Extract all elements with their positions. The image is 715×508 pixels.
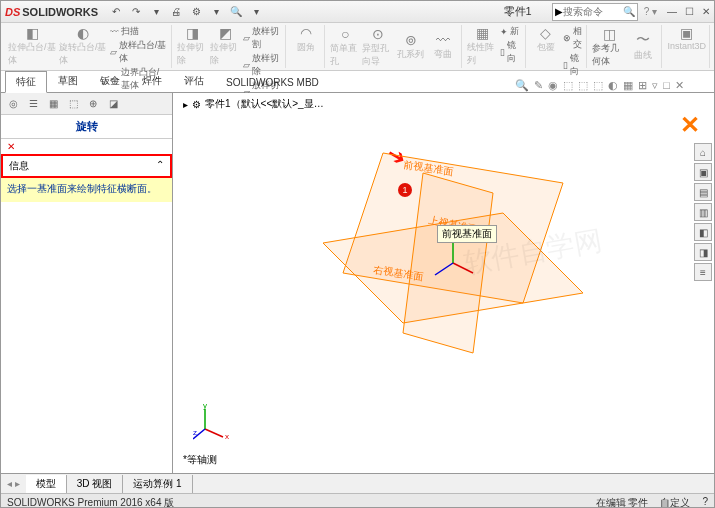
title-bar: DS SOLIDWORKS ↶ ↷ ▾ 🖨 ⚙ ▾ 🔍 ▾ 零件1 ▶ 🔍 ? … bbox=[1, 1, 714, 23]
view-tool-icon[interactable]: ✎ bbox=[534, 79, 543, 92]
brand-icon: DS bbox=[5, 6, 20, 18]
search-box[interactable]: ▶ 🔍 bbox=[552, 3, 638, 21]
fillet-button[interactable]: ◠圆角 bbox=[291, 25, 321, 54]
maximize-button[interactable]: ☐ bbox=[685, 6, 694, 17]
minimize-button[interactable]: — bbox=[667, 6, 677, 17]
search-icon: ▶ bbox=[555, 6, 563, 17]
hole-series-button[interactable]: ⊚孔系列 bbox=[396, 32, 426, 61]
status-editing: 在编辑 零件 bbox=[596, 496, 649, 509]
graphics-area[interactable]: ▸ ⚙ 零件1（默认<<默认>_显… ✕ ⌂ ▣ ▤ ▥ ◧ ◨ ≡ ➔ 1 前… bbox=[173, 93, 714, 473]
command-tabs: 特征 草图 钣金 焊件 评估 SOLIDWORKS MBD 🔍 ✎ ◉ ⬚ ⬚ … bbox=[1, 71, 714, 93]
view-tool-icon[interactable]: □ bbox=[663, 79, 670, 92]
custom-props-icon[interactable]: ≡ bbox=[694, 263, 712, 281]
svg-text:z: z bbox=[193, 428, 197, 437]
cancel-button[interactable]: ✕ bbox=[1, 139, 172, 154]
feature-tree-flyout[interactable]: ▸ ⚙ 零件1（默认<<默认>_显… bbox=[183, 97, 324, 111]
tab-sheetmetal[interactable]: 钣金 bbox=[89, 70, 131, 92]
search-button[interactable]: 🔍 bbox=[228, 4, 244, 20]
view-tool-icon[interactable]: ⬚ bbox=[593, 79, 603, 92]
dropdown-icon[interactable]: ▾ bbox=[208, 4, 224, 20]
view-tool-icon[interactable]: ▦ bbox=[623, 79, 633, 92]
info-label: 信息 bbox=[9, 159, 29, 173]
view-tool-icon[interactable]: ✕ bbox=[675, 79, 684, 92]
mirror-button[interactable]: ▯镜向 bbox=[500, 39, 522, 65]
flex-button[interactable]: 〰弯曲 bbox=[428, 32, 458, 61]
status-bar: SOLIDWORKS Premium 2016 x64 版 在编辑 零件 自定义… bbox=[1, 493, 714, 508]
hole-wizard-button[interactable]: ⊙异型孔向导 bbox=[362, 26, 394, 68]
home-icon[interactable]: ⌂ bbox=[694, 143, 712, 161]
tab-mbd[interactable]: SOLIDWORKS MBD bbox=[215, 73, 330, 92]
search-go-icon[interactable]: 🔍 bbox=[623, 6, 635, 17]
display-icon[interactable]: ◪ bbox=[105, 95, 121, 111]
tabs-arrows[interactable]: ◂ ▸ bbox=[1, 478, 26, 489]
tab-model[interactable]: 模型 bbox=[26, 475, 67, 493]
resources-icon[interactable]: ▣ bbox=[694, 163, 712, 181]
redo-button[interactable]: ↷ bbox=[128, 4, 144, 20]
new-button[interactable]: ✦新 bbox=[500, 25, 522, 38]
tab-3dview[interactable]: 3D 视图 bbox=[67, 475, 124, 493]
wrap-button[interactable]: ◇包覆 bbox=[531, 25, 561, 78]
dim-icon[interactable]: ⬚ bbox=[65, 95, 81, 111]
collapse-icon[interactable]: ⌃ bbox=[156, 159, 164, 173]
options-button[interactable]: ⚙ bbox=[188, 4, 204, 20]
feature-tree-icon[interactable]: ◎ bbox=[5, 95, 21, 111]
config-icon[interactable]: ▦ bbox=[45, 95, 61, 111]
view-tool-icon[interactable]: 🔍 bbox=[515, 79, 529, 92]
instant3d-button[interactable]: ▣Instant3D bbox=[667, 25, 706, 51]
view-tool-icon[interactable]: ⬚ bbox=[578, 79, 588, 92]
view-tool-icon[interactable]: ⊞ bbox=[638, 79, 647, 92]
appearances-icon[interactable]: ◨ bbox=[694, 243, 712, 261]
ref-geometry-button[interactable]: ◫参考几何体 bbox=[592, 26, 627, 68]
panel-tabs: ◎ ☰ ▦ ⬚ ⊕ ◪ bbox=[1, 93, 172, 115]
tab-sketch[interactable]: 草图 bbox=[47, 70, 89, 92]
tab-evaluate[interactable]: 评估 bbox=[173, 70, 215, 92]
close-button[interactable]: ✕ bbox=[702, 6, 710, 17]
svg-text:x: x bbox=[225, 432, 229, 441]
expand-icon[interactable]: ▸ bbox=[183, 99, 188, 110]
undo-button[interactable]: ↶ bbox=[108, 4, 124, 20]
quick-access-toolbar: ↶ ↷ ▾ 🖨 ⚙ ▾ 🔍 ▾ bbox=[108, 4, 264, 20]
view-tool-icon[interactable]: ◐ bbox=[608, 79, 618, 92]
mirror-button[interactable]: ▯镜向 bbox=[563, 52, 583, 78]
view-tool-icon[interactable]: ⬚ bbox=[563, 79, 573, 92]
search-input[interactable] bbox=[563, 6, 623, 17]
dropdown-icon[interactable]: ▾ bbox=[148, 4, 164, 20]
brand-text: SOLIDWORKS bbox=[22, 6, 98, 18]
close-icon[interactable]: ✕ bbox=[680, 111, 700, 139]
design-library-icon[interactable]: ▤ bbox=[694, 183, 712, 201]
status-custom[interactable]: 自定义 bbox=[660, 496, 690, 509]
loft-boss-button[interactable]: ▱放样凸台/基体 bbox=[110, 39, 168, 65]
help-button[interactable]: ? ▾ bbox=[644, 6, 657, 17]
document-title: 零件1 bbox=[504, 4, 532, 19]
linear-pattern-button[interactable]: ▦线性阵列 bbox=[467, 25, 498, 67]
view-triad: x y z bbox=[193, 401, 233, 443]
simple-hole-button[interactable]: ○简单直孔 bbox=[330, 26, 360, 68]
file-explorer-icon[interactable]: ▥ bbox=[694, 203, 712, 221]
task-pane: ⌂ ▣ ▤ ▥ ◧ ◨ ≡ bbox=[694, 143, 712, 281]
dropdown-icon[interactable]: ▾ bbox=[248, 4, 264, 20]
print-button[interactable]: 🖨 bbox=[168, 4, 184, 20]
info-header[interactable]: 信息 ⌃ bbox=[1, 154, 172, 178]
view-tool-icon[interactable]: ◉ bbox=[548, 79, 558, 92]
breadcrumb-text: 零件1（默认<<默认>_显… bbox=[205, 97, 324, 111]
sweep-button[interactable]: 〰扫描 bbox=[110, 25, 168, 38]
tab-features[interactable]: 特征 bbox=[5, 71, 47, 93]
view-palette-icon[interactable]: ◧ bbox=[694, 223, 712, 241]
tab-weldments[interactable]: 焊件 bbox=[131, 70, 173, 92]
main-area: ◎ ☰ ▦ ⬚ ⊕ ◪ 旋转 ✕ 信息 ⌃ 选择一基准面来绘制特征横断面。 ▸ … bbox=[1, 93, 714, 473]
curves-button[interactable]: 〜曲线 bbox=[628, 31, 658, 62]
intersect-button[interactable]: ⊗相交 bbox=[563, 25, 583, 51]
tab-motion[interactable]: 运动算例 1 bbox=[123, 475, 192, 493]
status-help-icon[interactable]: ? bbox=[702, 496, 708, 509]
property-icon[interactable]: ☰ bbox=[25, 95, 41, 111]
info-message: 选择一基准面来绘制特征横断面。 bbox=[1, 178, 172, 202]
status-version: SOLIDWORKS Premium 2016 x64 版 bbox=[7, 496, 174, 509]
property-manager: ◎ ☰ ▦ ⬚ ⊕ ◪ 旋转 ✕ 信息 ⌃ 选择一基准面来绘制特征横断面。 bbox=[1, 93, 173, 473]
svg-text:y: y bbox=[203, 401, 207, 410]
loft-cut-button[interactable]: ▱放样切割 bbox=[243, 25, 282, 51]
plane-tooltip: 前视基准面 bbox=[437, 225, 497, 243]
view-orientation-label: *等轴测 bbox=[183, 453, 217, 467]
view-tool-icon[interactable]: ▿ bbox=[652, 79, 658, 92]
reference-planes[interactable]: 前视基准面 上视基准面 右视基准面 bbox=[253, 123, 643, 403]
appearance-icon[interactable]: ⊕ bbox=[85, 95, 101, 111]
